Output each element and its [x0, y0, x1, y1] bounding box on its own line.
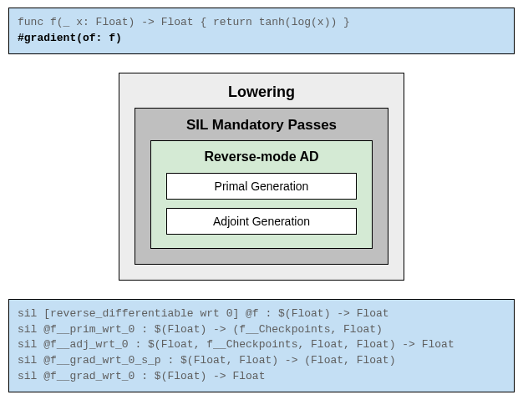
sil-line-5: sil @f__grad_wrt_0 : $(Float) -> Float: [18, 369, 505, 385]
sil-line-2: sil @f__prim_wrt_0 : $(Float) -> (f__Che…: [18, 322, 505, 338]
sil-line-4: sil @f__grad_wrt_0_s_p : $(Float, Float)…: [18, 353, 505, 369]
source-code-line-2: #gradient(of: f): [18, 31, 505, 47]
sil-output-box: sil [reverse_differentiable wrt 0] @f : …: [8, 299, 515, 392]
primal-generation-box: Primal Generation: [166, 173, 357, 200]
pipeline-diagram: Lowering SIL Mandatory Passes Reverse-mo…: [0, 73, 523, 281]
adjoint-generation-box: Adjoint Generation: [166, 208, 357, 235]
sil-passes-box: SIL Mandatory Passes Reverse-mode AD Pri…: [135, 108, 388, 265]
source-code-line-1: func f(_ x: Float) -> Float { return tan…: [18, 15, 505, 31]
reverse-ad-title: Reverse-mode AD: [166, 149, 357, 164]
lowering-title: Lowering: [135, 83, 388, 101]
lowering-box: Lowering SIL Mandatory Passes Reverse-mo…: [119, 73, 404, 281]
sil-line-1: sil [reverse_differentiable wrt 0] @f : …: [18, 306, 505, 322]
source-code-box: func f(_ x: Float) -> Float { return tan…: [8, 8, 515, 54]
sil-line-3: sil @f__adj_wrt_0 : $(Float, f__Checkpoi…: [18, 337, 505, 353]
sil-passes-title: SIL Mandatory Passes: [150, 117, 373, 134]
reverse-ad-box: Reverse-mode AD Primal Generation Adjoin…: [150, 140, 373, 249]
